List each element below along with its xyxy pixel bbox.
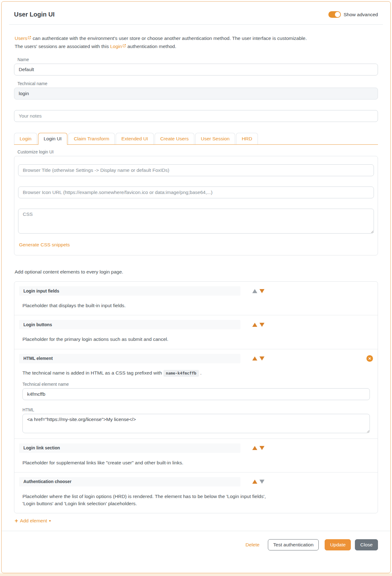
move-down-icon[interactable] xyxy=(259,446,264,450)
element-row-login-input-fields: Login input fields Placeholder that disp… xyxy=(14,282,378,315)
element-header-bar: Authentication chooser xyxy=(19,477,240,486)
tab-bar: Login Login UI Claim Transform Extended … xyxy=(14,133,378,145)
element-row-login-link-section: Login link section Placeholder for suppl… xyxy=(14,439,378,472)
page-bottom-strip xyxy=(0,573,392,576)
tab-user-session[interactable]: User Session xyxy=(195,133,235,144)
element-header: Login buttons xyxy=(19,320,373,329)
browser-icon-url-input[interactable] xyxy=(18,186,374,198)
css-textarea[interactable] xyxy=(18,209,374,234)
show-advanced-label: Show advanced xyxy=(344,12,378,17)
tab-extended-ui[interactable]: Extended UI xyxy=(116,133,153,144)
show-advanced-control: Show advanced xyxy=(328,11,378,18)
element-header-bar: Login input fields xyxy=(19,286,240,296)
tab-hrd[interactable]: HRD xyxy=(236,133,258,144)
technical-element-name-label: Technical element name xyxy=(22,382,370,387)
login-link[interactable]: Login xyxy=(110,44,126,49)
element-description: Placeholder for supplemental links like … xyxy=(22,459,370,466)
show-advanced-toggle[interactable] xyxy=(328,11,341,18)
element-description: Placeholder for the primary login action… xyxy=(22,336,370,343)
notes-input[interactable] xyxy=(14,110,378,122)
remove-element-icon[interactable]: ✕ xyxy=(366,355,373,362)
element-description: Placeholder that displays the built-in i… xyxy=(22,302,370,309)
close-x-glyph: ✕ xyxy=(368,356,371,361)
elements-intro-text: Add optional content elements to every l… xyxy=(15,269,378,275)
technical-name-label: Technical name xyxy=(17,81,378,86)
element-header-bar: Login buttons xyxy=(19,320,240,329)
user-login-ui-card: User Login UI Show advanced Users can au… xyxy=(1,1,391,573)
technical-name-note: The technical name is added in HTML as a… xyxy=(22,370,370,376)
add-element-button[interactable]: + Add element ▾ xyxy=(15,518,51,524)
move-down-icon[interactable] xyxy=(259,323,264,327)
close-button[interactable]: Close xyxy=(355,539,378,550)
move-up-icon[interactable] xyxy=(252,480,257,484)
generate-css-snippets-link[interactable]: Generate CSS snippets xyxy=(19,242,70,248)
customize-login-ui-label: Customize login UI xyxy=(17,150,378,154)
external-link-icon xyxy=(28,34,31,41)
reorder-controls xyxy=(252,289,264,293)
element-header-bar: Login link section xyxy=(19,443,240,453)
element-row-authentication-chooser: Authentication chooser Placeholder where… xyxy=(14,472,378,513)
technical-name-input xyxy=(14,88,378,99)
element-header: Login input fields xyxy=(19,286,373,296)
reorder-controls xyxy=(252,480,264,484)
add-element-label: Add element xyxy=(20,518,47,524)
delete-link[interactable]: Delete xyxy=(245,542,259,548)
move-down-icon[interactable] xyxy=(259,356,264,361)
move-up-icon xyxy=(252,289,257,293)
content-elements-list: Login input fields Placeholder that disp… xyxy=(14,281,378,513)
users-link[interactable]: Users xyxy=(15,36,31,41)
element-row-login-buttons: Login buttons Placeholder for the primar… xyxy=(14,315,378,349)
browser-title-input[interactable] xyxy=(18,164,374,176)
element-header: Authentication chooser xyxy=(19,477,373,486)
element-description: Placeholder where the list of login opti… xyxy=(22,493,272,507)
css-tag-chip: name-k4fmcffb xyxy=(163,370,199,377)
move-up-icon[interactable] xyxy=(252,356,257,361)
action-footer: Delete Test authentication Update Close xyxy=(2,531,390,560)
move-down-icon xyxy=(259,480,264,484)
reorder-controls xyxy=(252,356,264,361)
notes-field-group xyxy=(14,110,378,122)
browser-icon-group xyxy=(18,186,374,198)
element-header: HTML element ✕ xyxy=(19,354,373,363)
intro-line-2: The users' sessions are associated with … xyxy=(15,42,378,50)
tab-login-ui[interactable]: Login UI xyxy=(38,133,67,145)
technical-element-name-input[interactable] xyxy=(22,388,370,400)
move-up-icon[interactable] xyxy=(252,446,257,450)
move-up-icon[interactable] xyxy=(252,323,257,327)
external-link-icon xyxy=(123,42,126,50)
plus-icon: + xyxy=(15,518,18,524)
technical-element-name-group: Technical element name xyxy=(22,382,370,400)
tab-claim-transform[interactable]: Claim Transform xyxy=(68,133,115,144)
page-title: User Login UI xyxy=(14,11,55,18)
element-header: Login link section xyxy=(19,443,373,453)
tab-login[interactable]: Login xyxy=(14,133,37,144)
css-group xyxy=(18,209,374,234)
test-authentication-button[interactable]: Test authentication xyxy=(268,539,319,550)
intro-text: Users can authenticate with the environm… xyxy=(15,34,378,50)
name-input[interactable] xyxy=(14,64,378,75)
technical-name-field-group: Technical name xyxy=(14,81,378,99)
card-header: User Login UI Show advanced xyxy=(14,11,378,18)
toggle-knob-icon xyxy=(335,12,340,17)
html-group: HTML <a href="https://my-site.org/licens… xyxy=(22,408,370,433)
customize-panel: Generate CSS snippets xyxy=(14,156,378,255)
caret-down-icon: ▾ xyxy=(49,519,51,523)
html-textarea[interactable]: <a href="https://my-site.org/license">My… xyxy=(22,414,370,433)
tab-create-users[interactable]: Create Users xyxy=(155,133,194,144)
name-field-group: Name xyxy=(14,57,378,75)
html-label: HTML xyxy=(22,408,370,412)
browser-title-group xyxy=(18,164,374,176)
move-down-icon[interactable] xyxy=(259,289,264,293)
name-label: Name xyxy=(17,57,378,62)
element-header-bar: HTML element xyxy=(19,354,240,363)
reorder-controls xyxy=(252,446,264,450)
element-row-html-element: HTML element ✕ The technical name is add… xyxy=(14,349,378,439)
header-divider xyxy=(9,24,383,25)
intro-line-1: Users can authenticate with the environm… xyxy=(15,34,378,42)
reorder-controls xyxy=(252,323,264,327)
update-button[interactable]: Update xyxy=(325,539,351,550)
